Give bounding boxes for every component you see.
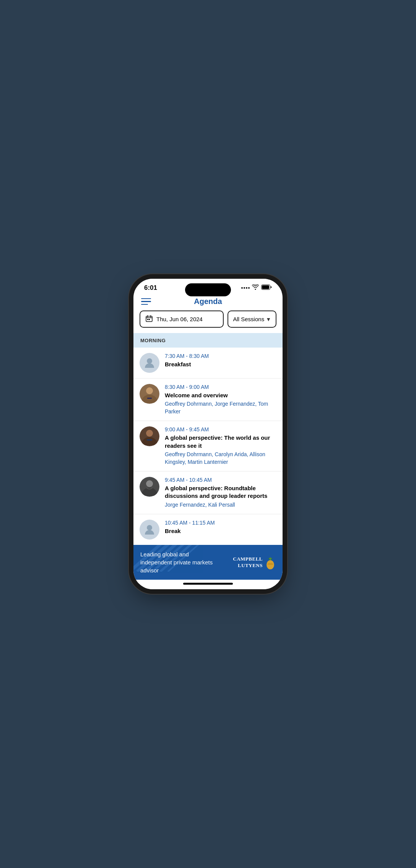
item-content-roundtable: 9:45 AM - 10:45 AM A global perspective:… [165,477,276,509]
agenda-item-breakfast[interactable]: 7:30 AM - 8:30 AM Breakfast [133,348,283,379]
agenda-item-break[interactable]: 10:45 AM - 11:15 AM Break [133,514,283,545]
battery-icon [261,284,272,291]
home-indicator [133,580,283,589]
page-title: Agenda [194,297,222,306]
item-speakers-welcome: Geoffrey Dohrmann, Jorge Fernandez, Tom … [165,400,276,415]
session-filter-button[interactable]: All Sessions ▼ [227,310,276,328]
svg-point-10 [146,430,153,437]
wifi-icon [252,284,259,291]
home-bar [183,583,233,585]
avatar-welcome [140,384,159,404]
item-time-breakfast: 7:30 AM - 8:30 AM [165,353,276,359]
morning-section-header: MORNING [133,333,283,348]
item-title-global: A global perspective: The world as our r… [165,434,276,450]
pineapple-logo-icon [265,556,276,569]
item-time-roundtable: 9:45 AM - 10:45 AM [165,477,276,483]
footer-tagline: Leading global and independent private m… [140,550,215,574]
item-title-break: Break [165,527,276,535]
avatar-break [140,520,159,540]
avatar-roundtable [140,477,159,497]
item-title-roundtable: A global perspective: Roundtable discuss… [165,484,276,500]
footer-logo: CAMPBELL LUTYENS [233,556,276,569]
avatar-global [140,426,159,446]
menu-button[interactable] [141,298,151,305]
item-time-global: 9:00 AM - 9:45 AM [165,426,276,432]
calendar-icon [146,315,153,323]
agenda-item-welcome[interactable]: 8:30 AM - 9:00 AM Welcome and overview G… [133,379,283,421]
svg-rect-1 [262,285,269,289]
item-speakers-roundtable: Jorge Fernandez, Kali Persall [165,501,276,509]
svg-rect-11 [147,439,152,441]
signal-icon [241,287,250,289]
svg-point-13 [146,480,153,487]
filters-row: Thu, Jun 06, 2024 All Sessions ▼ [133,310,283,333]
agenda-item-global[interactable]: 9:00 AM - 9:45 AM A global perspective: … [133,421,283,471]
session-filter-label: All Sessions [233,316,264,322]
item-title-welcome: Welcome and overview [165,392,276,399]
item-content-welcome: 8:30 AM - 9:00 AM Welcome and overview G… [165,384,276,415]
dynamic-island [185,283,231,296]
agenda-item-roundtable[interactable]: 9:45 AM - 10:45 AM A global perspective:… [133,471,283,514]
footer-banner: Leading global and independent private m… [133,545,283,580]
date-label: Thu, Jun 06, 2024 [156,316,203,322]
svg-rect-8 [147,398,152,399]
logo-text: CAMPBELL LUTYENS [233,556,263,569]
item-content-global: 9:00 AM - 9:45 AM A global perspective: … [165,426,276,466]
item-title-breakfast: Breakfast [165,361,276,368]
date-picker-button[interactable]: Thu, Jun 06, 2024 [140,310,224,328]
item-content-break: 10:45 AM - 11:15 AM Break [165,520,276,536]
chevron-down-icon: ▼ [266,316,271,322]
morning-section-label: MORNING [140,338,166,343]
item-speakers-global: Geoffrey Dohrmann, Carolyn Arida, Alliso… [165,451,276,466]
svg-point-14 [147,525,152,530]
status-icons [241,284,272,291]
svg-point-5 [147,358,152,364]
item-content-breakfast: 7:30 AM - 8:30 AM Breakfast [165,353,276,369]
svg-point-7 [146,387,153,394]
item-time-welcome: 8:30 AM - 9:00 AM [165,384,276,390]
status-time: 6:01 [144,284,157,292]
item-time-break: 10:45 AM - 11:15 AM [165,520,276,526]
svg-rect-4 [149,319,150,320]
svg-rect-3 [147,319,148,320]
phone-shell: 6:01 [133,279,283,589]
content-area: MORNING 7:30 AM - 8:30 AM Breakfast [133,333,283,545]
avatar-breakfast [140,353,159,373]
app-header: Agenda [133,294,283,310]
